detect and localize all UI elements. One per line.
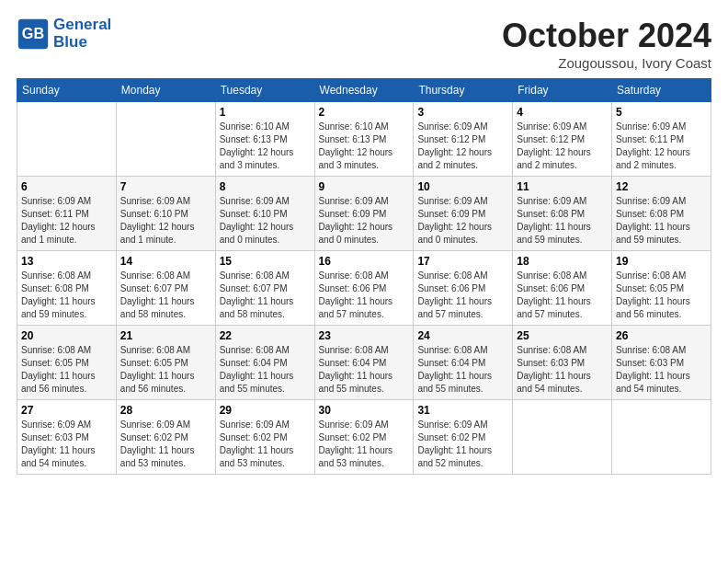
calendar-cell: 26Sunrise: 6:08 AMSunset: 6:03 PMDayligh… (612, 326, 711, 400)
day-number: 10 (417, 180, 508, 193)
calendar-cell: 30Sunrise: 6:09 AMSunset: 6:02 PMDayligh… (314, 400, 414, 475)
day-info: Sunrise: 6:09 AMSunset: 6:08 PMDaylight:… (517, 195, 608, 247)
weekday-header-thursday: Thursday (414, 79, 513, 102)
calendar-cell: 1Sunrise: 6:10 AMSunset: 6:13 PMDaylight… (215, 102, 314, 177)
week-row-4: 20Sunrise: 6:08 AMSunset: 6:05 PMDayligh… (17, 326, 711, 400)
day-number: 9 (319, 180, 410, 193)
week-row-1: 1Sunrise: 6:10 AMSunset: 6:13 PMDaylight… (17, 102, 711, 177)
day-number: 15 (220, 255, 311, 268)
day-number: 22 (220, 329, 311, 342)
weekday-header-monday: Monday (116, 79, 215, 102)
day-info: Sunrise: 6:09 AMSunset: 6:12 PMDaylight:… (517, 121, 608, 172)
weekday-header-tuesday: Tuesday (215, 79, 314, 102)
day-info: Sunrise: 6:09 AMSunset: 6:10 PMDaylight:… (220, 195, 311, 247)
calendar-cell: 6Sunrise: 6:09 AMSunset: 6:11 PMDaylight… (17, 177, 117, 251)
calendar-cell: 29Sunrise: 6:09 AMSunset: 6:02 PMDayligh… (215, 400, 314, 475)
day-number: 29 (220, 404, 311, 417)
title-section: October 2024 Zougoussou, Ivory Coast (502, 17, 711, 71)
calendar-cell: 31Sunrise: 6:09 AMSunset: 6:02 PMDayligh… (414, 400, 513, 475)
logo-text: General Blue (53, 17, 111, 51)
day-info: Sunrise: 6:09 AMSunset: 6:11 PMDaylight:… (21, 195, 112, 247)
svg-text:GB: GB (22, 25, 44, 41)
logo: GB General Blue (17, 17, 111, 51)
calendar-cell: 3Sunrise: 6:09 AMSunset: 6:12 PMDaylight… (414, 102, 513, 177)
calendar-cell: 8Sunrise: 6:09 AMSunset: 6:10 PMDaylight… (215, 177, 314, 251)
day-info: Sunrise: 6:09 AMSunset: 6:02 PMDaylight:… (220, 419, 311, 470)
calendar: SundayMondayTuesdayWednesdayThursdayFrid… (17, 78, 711, 475)
day-info: Sunrise: 6:08 AMSunset: 6:05 PMDaylight:… (120, 344, 211, 396)
week-row-5: 27Sunrise: 6:09 AMSunset: 6:03 PMDayligh… (17, 400, 711, 475)
calendar-cell: 19Sunrise: 6:08 AMSunset: 6:05 PMDayligh… (612, 251, 711, 326)
day-number: 5 (616, 106, 707, 119)
day-number: 17 (417, 255, 508, 268)
day-number: 1 (220, 106, 311, 119)
header: GB General Blue October 2024 Zougoussou,… (17, 17, 711, 71)
day-number: 28 (120, 404, 211, 417)
day-number: 13 (21, 255, 112, 268)
day-number: 16 (319, 255, 410, 268)
day-info: Sunrise: 6:09 AMSunset: 6:09 PMDaylight:… (417, 195, 508, 247)
day-info: Sunrise: 6:08 AMSunset: 6:04 PMDaylight:… (319, 344, 410, 396)
day-info: Sunrise: 6:08 AMSunset: 6:06 PMDaylight:… (517, 270, 608, 321)
calendar-cell: 5Sunrise: 6:09 AMSunset: 6:11 PMDaylight… (612, 102, 711, 177)
weekday-header-row: SundayMondayTuesdayWednesdayThursdayFrid… (17, 79, 711, 102)
month-title: October 2024 (502, 17, 711, 55)
day-info: Sunrise: 6:09 AMSunset: 6:02 PMDaylight:… (120, 419, 211, 470)
calendar-cell: 9Sunrise: 6:09 AMSunset: 6:09 PMDaylight… (314, 177, 414, 251)
day-number: 12 (616, 180, 707, 193)
calendar-cell (513, 400, 612, 475)
day-number: 7 (120, 180, 211, 193)
calendar-cell: 2Sunrise: 6:10 AMSunset: 6:13 PMDaylight… (314, 102, 414, 177)
calendar-cell: 10Sunrise: 6:09 AMSunset: 6:09 PMDayligh… (414, 177, 513, 251)
day-number: 25 (517, 329, 608, 342)
calendar-cell: 11Sunrise: 6:09 AMSunset: 6:08 PMDayligh… (513, 177, 612, 251)
calendar-cell: 7Sunrise: 6:09 AMSunset: 6:10 PMDaylight… (116, 177, 215, 251)
day-number: 2 (319, 106, 410, 119)
calendar-cell: 25Sunrise: 6:08 AMSunset: 6:03 PMDayligh… (513, 326, 612, 400)
calendar-cell: 22Sunrise: 6:08 AMSunset: 6:04 PMDayligh… (215, 326, 314, 400)
day-number: 3 (417, 106, 508, 119)
day-number: 8 (220, 180, 311, 193)
logo-line2: Blue (53, 34, 111, 52)
page: GB General Blue October 2024 Zougoussou,… (0, 0, 728, 563)
day-number: 26 (616, 329, 707, 342)
day-number: 27 (21, 404, 112, 417)
day-number: 19 (616, 255, 707, 268)
location: Zougoussou, Ivory Coast (502, 55, 711, 71)
day-number: 4 (517, 106, 608, 119)
weekday-header-saturday: Saturday (612, 79, 711, 102)
calendar-cell: 16Sunrise: 6:08 AMSunset: 6:06 PMDayligh… (314, 251, 414, 326)
day-number: 30 (319, 404, 410, 417)
day-info: Sunrise: 6:09 AMSunset: 6:02 PMDaylight:… (417, 419, 508, 470)
weekday-header-friday: Friday (513, 79, 612, 102)
calendar-cell: 24Sunrise: 6:08 AMSunset: 6:04 PMDayligh… (414, 326, 513, 400)
day-info: Sunrise: 6:08 AMSunset: 6:04 PMDaylight:… (417, 344, 508, 396)
day-number: 14 (120, 255, 211, 268)
calendar-cell (116, 102, 215, 177)
day-info: Sunrise: 6:10 AMSunset: 6:13 PMDaylight:… (220, 121, 311, 172)
weekday-header-sunday: Sunday (17, 79, 117, 102)
week-row-2: 6Sunrise: 6:09 AMSunset: 6:11 PMDaylight… (17, 177, 711, 251)
calendar-cell: 20Sunrise: 6:08 AMSunset: 6:05 PMDayligh… (17, 326, 117, 400)
day-info: Sunrise: 6:09 AMSunset: 6:10 PMDaylight:… (120, 195, 211, 247)
day-info: Sunrise: 6:08 AMSunset: 6:07 PMDaylight:… (220, 270, 311, 321)
day-number: 18 (517, 255, 608, 268)
day-info: Sunrise: 6:08 AMSunset: 6:05 PMDaylight:… (21, 344, 112, 396)
day-info: Sunrise: 6:10 AMSunset: 6:13 PMDaylight:… (319, 121, 410, 172)
day-info: Sunrise: 6:08 AMSunset: 6:03 PMDaylight:… (517, 344, 608, 396)
calendar-cell: 12Sunrise: 6:09 AMSunset: 6:08 PMDayligh… (612, 177, 711, 251)
calendar-cell: 18Sunrise: 6:08 AMSunset: 6:06 PMDayligh… (513, 251, 612, 326)
day-info: Sunrise: 6:08 AMSunset: 6:06 PMDaylight:… (319, 270, 410, 321)
calendar-cell (17, 102, 117, 177)
week-row-3: 13Sunrise: 6:08 AMSunset: 6:08 PMDayligh… (17, 251, 711, 326)
day-info: Sunrise: 6:09 AMSunset: 6:09 PMDaylight:… (319, 195, 410, 247)
day-info: Sunrise: 6:08 AMSunset: 6:03 PMDaylight:… (616, 344, 707, 396)
day-info: Sunrise: 6:08 AMSunset: 6:08 PMDaylight:… (21, 270, 112, 321)
day-info: Sunrise: 6:09 AMSunset: 6:02 PMDaylight:… (319, 419, 410, 470)
calendar-cell: 21Sunrise: 6:08 AMSunset: 6:05 PMDayligh… (116, 326, 215, 400)
day-info: Sunrise: 6:08 AMSunset: 6:06 PMDaylight:… (417, 270, 508, 321)
day-number: 31 (417, 404, 508, 417)
weekday-header-wednesday: Wednesday (314, 79, 414, 102)
day-info: Sunrise: 6:09 AMSunset: 6:03 PMDaylight:… (21, 419, 112, 470)
calendar-cell: 23Sunrise: 6:08 AMSunset: 6:04 PMDayligh… (314, 326, 414, 400)
